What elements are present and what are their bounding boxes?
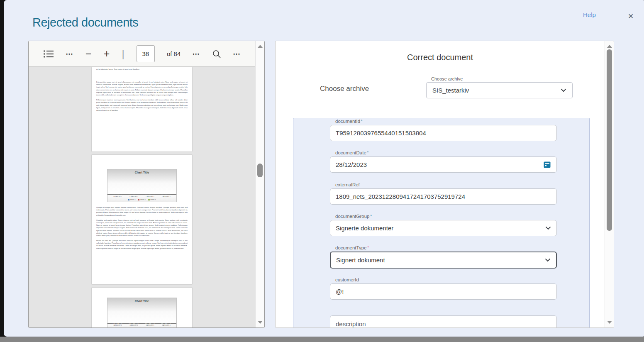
correct-document-panel: Correct document Choose archive Choose a… [275, 41, 614, 328]
close-icon[interactable]: ✕ [626, 10, 635, 22]
documentgroup-field: documentGroup* Signerte dokumenter [330, 214, 557, 236]
chevron-down-icon [561, 88, 566, 92]
pdf-viewer-panel: ••• − + | of 84 ••• ••• est ut, dignissi… [28, 41, 265, 328]
chevron-down-icon [545, 226, 551, 230]
description-textarea[interactable]: description [330, 315, 557, 328]
description-field: description [330, 315, 557, 328]
pdf-page: Chart Title4.32.422.54.423.51.834.52.85C… [92, 288, 192, 327]
customerid-field: customerId @! [330, 277, 557, 300]
choose-archive-select[interactable]: Choose archive SIS_testarkiv [426, 82, 573, 98]
pdf-toolbar: ••• − + | of 84 ••• ••• [29, 41, 255, 67]
documentgroup-select[interactable]: Signerte dokumenter [330, 220, 557, 236]
form-scrollbar[interactable] [605, 41, 614, 327]
search-icon[interactable] [212, 49, 221, 59]
toolbar-divider: | [122, 48, 124, 60]
pdf-page: est ut, dignissim lorem. Cras varius sit… [92, 67, 192, 151]
window-bottom-edge [0, 337, 644, 342]
scroll-down-icon[interactable] [258, 321, 263, 324]
documenttype-field: documentType* Signert dokument [330, 245, 557, 269]
choose-archive-label: Choose archive [320, 85, 369, 93]
field-label: documentDate* [335, 150, 557, 155]
page-number-input[interactable] [137, 45, 155, 62]
scroll-down-icon[interactable] [607, 321, 612, 324]
required-asterisk: * [367, 150, 369, 154]
scrollbar-thumb[interactable] [607, 49, 612, 231]
page-count-label: of 84 [167, 50, 181, 57]
scroll-up-icon[interactable] [258, 45, 263, 48]
scrollbar-thumb[interactable] [257, 164, 263, 177]
page-paragraph: Duis porttitor augue est, sit amet ullam… [96, 81, 188, 96]
form-title: Correct document [276, 53, 605, 62]
page-title: Rejected documents [32, 16, 138, 29]
page-paragraph: Curabitur sed sagittis diam. Fusce rhonc… [96, 219, 188, 237]
page-text-line: est ut, dignissim lorem. Cras varius sit… [96, 68, 188, 70]
required-asterisk: * [370, 214, 372, 218]
documentdate-input[interactable]: 28/12/2023 [330, 156, 557, 173]
externalref-input[interactable]: 1809_nets_2023122809417241703752919724 [330, 188, 557, 205]
documentid-input[interactable]: T9591280397655440151503804 [330, 125, 557, 141]
scroll-up-icon[interactable] [607, 45, 612, 48]
chevron-down-icon [545, 258, 551, 262]
page-paragraph: Quisque et magna quis sapien aliquam con… [96, 206, 188, 217]
rejected-documents-dialog: Rejected documents Help ✕ ••• − + | of 8… [4, 0, 644, 337]
required-asterisk: * [367, 245, 369, 249]
page-paragraph: Pellentesque maximus viverra posuere. Se… [96, 99, 188, 112]
documenttype-select[interactable]: Signert dokument [330, 252, 557, 269]
documentid-field: documentId* T9591280397655440151503804 [330, 119, 557, 141]
help-link[interactable]: Help [583, 11, 596, 18]
required-asterisk: * [361, 119, 363, 123]
externalref-field: externalRef 1809_nets_202312280941724170… [330, 182, 557, 205]
toolbar-overflow-icon[interactable]: ••• [233, 51, 241, 56]
field-label: documentId* [335, 119, 557, 124]
pdf-page: Chart Title4.32.422.54.423.51.834.52.85C… [92, 155, 192, 284]
field-label: documentType* [335, 245, 557, 250]
bar-chart: Chart Title4.32.422.54.423.51.834.52.85C… [107, 298, 177, 327]
page-paragraph: Mauris vel urna dui. Quisque non tellus … [96, 239, 188, 250]
document-fields-group: documentId* T9591280397655440151503804 d… [293, 118, 590, 328]
selected-archive-value: SIS_testarkiv [432, 87, 469, 94]
calendar-icon[interactable] [543, 161, 551, 169]
pdf-scrollbar[interactable] [255, 41, 264, 327]
bar-chart: Chart Title4.32.422.54.423.51.834.52.85C… [107, 169, 177, 202]
toolbar-overflow-icon[interactable]: ••• [193, 51, 200, 56]
thumbnails-icon[interactable] [43, 50, 54, 58]
field-label: customerId [335, 277, 557, 282]
toolbar-overflow-icon[interactable]: ••• [66, 51, 73, 56]
field-label: externalRef [335, 182, 557, 187]
pdf-pages-area: est ut, dignissim lorem. Cras varius sit… [29, 67, 255, 327]
zoom-in-button[interactable]: + [104, 48, 110, 60]
documentdate-field: documentDate* 28/12/2023 [330, 150, 557, 173]
customerid-input[interactable]: @! [330, 283, 557, 300]
zoom-out-button[interactable]: − [85, 48, 92, 60]
field-label: documentGroup* [335, 214, 557, 219]
field-label: Choose archive [431, 76, 463, 81]
